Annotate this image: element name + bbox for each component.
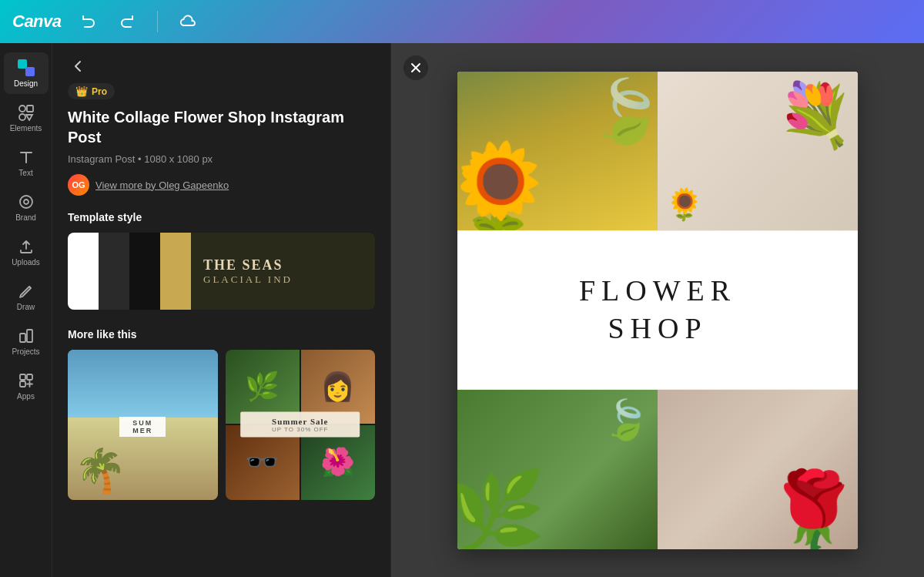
sidebar-item-projects-label: Projects [12,347,39,356]
style-preview[interactable]: THE SEAS GLACIAL IND [68,233,375,310]
undo-button[interactable] [74,9,102,34]
sidebar-item-uploads[interactable]: Uploads [4,231,49,273]
topbar-divider [157,11,158,32]
svg-marker-2 [26,115,32,120]
sidebar-item-elements-label: Elements [10,124,42,133]
svg-rect-7 [27,330,32,342]
sidebar-item-brand[interactable]: Brand [4,186,49,228]
sidebar-item-design[interactable]: Design [4,52,49,94]
more-card-1-inner: 🌴 SUM MER [68,350,218,500]
template-title: White Collage Flower Shop Instagram Post [68,107,375,147]
cell-sunflower: 🌻 🍃 [457,72,658,231]
color-gold [160,233,191,310]
svg-rect-8 [20,374,25,380]
apps-icon [17,371,35,390]
cell-plant: 🌿 🍃 [457,390,658,549]
card2-overlay: Summer Sale UP TO 30% OFF [240,412,360,438]
card1-text-overlay: SUM MER [119,417,166,437]
sidebar-item-text[interactable]: Text [4,142,49,183]
crown-icon: 👑 [75,86,88,97]
sunflower2-emoji: 🌻 [665,186,704,223]
sidebar-item-design-label: Design [14,79,38,88]
cell-rose: 🌹 [658,390,858,549]
template-panel: 👑 Pro White Collage Flower Shop Instagra… [52,43,391,577]
more-card-1[interactable]: 🌴 SUM MER [68,350,218,500]
card2-title: Summer Sale [248,417,353,426]
flower-shop-title-line2: SHOP [608,311,707,347]
sidebar-item-brand-label: Brand [15,213,36,222]
design-icon [17,59,35,77]
more-like-this-grid: 🌴 SUM MER 🌿 👩 🕶️ 🌺 [68,350,375,500]
leaf-emoji: 🍃 [588,75,658,148]
save-cloud-button[interactable] [173,8,203,35]
panel-header [52,43,390,83]
leaf2-emoji: 🍃 [602,398,650,442]
sidebar: Design Elements Text [0,43,52,577]
more-card-2-inner: 🌿 👩 🕶️ 🌺 Summer Sale UP TO 30% OFF [226,350,376,500]
uploads-icon [17,237,35,256]
card2-subtitle: UP TO 30% OFF [248,426,353,433]
svg-point-3 [19,114,25,120]
sidebar-item-draw-label: Draw [17,303,35,311]
svg-point-5 [24,200,28,204]
color-white [68,233,99,310]
more-card-2[interactable]: 🌿 👩 🕶️ 🌺 Summer Sale UP TO 30% OFF [226,350,376,500]
topbar: Canva [0,0,924,43]
template-meta: Instagram Post • 1080 x 1080 px [68,153,375,165]
sunflower-emoji: 🌻 [457,137,557,230]
bouquet-emoji: 💐 [777,79,854,152]
author-avatar: OG [68,174,89,196]
author-link[interactable]: View more by Oleg Gapeenko [95,179,229,191]
brand-icon [17,193,35,211]
card1-label-top: SUM [126,419,159,427]
sidebar-item-apps[interactable]: Apps [4,365,49,407]
svg-rect-10 [20,381,25,387]
svg-rect-1 [27,106,33,112]
close-button[interactable] [403,55,428,80]
svg-rect-6 [20,334,25,342]
sidebar-item-elements[interactable]: Elements [4,97,49,139]
palm-icon: 🌴 [74,446,127,496]
cell-florist: 💐 🌻 [658,72,858,231]
sidebar-item-draw[interactable]: Draw [4,276,49,317]
template-preview[interactable]: 🌻 🍃 💐 🌻 FLOWER SHOP 🌿 🍃 🌹 [457,72,858,549]
text-icon [17,148,35,166]
author-row[interactable]: OG View more by Oleg Gapeenko [68,174,375,196]
sidebar-item-uploads-label: Uploads [12,258,40,267]
color-darkgray [99,233,129,310]
redo-button[interactable] [114,9,142,34]
cell-title-text: FLOWER SHOP [457,230,858,390]
flower-shop-title-line1: FLOWER [579,273,736,309]
sidebar-item-text-label: Text [18,169,32,177]
style-text-area: THE SEAS GLACIAL IND [191,233,375,310]
card1-label-bot: MER [126,427,159,434]
elements-icon [17,103,35,122]
canvas-area: 🌻 🍃 💐 🌻 FLOWER SHOP 🌿 🍃 🌹 [391,43,924,577]
more-like-this-title: More like this [68,328,375,340]
sky-bg [68,350,218,424]
style-color-swatches [68,233,191,310]
pro-badge: 👑 Pro [68,83,115,99]
main-layout: Design Elements Text [0,43,924,577]
style-text-line1: THE SEAS [203,257,363,273]
color-black [129,233,160,310]
svg-point-0 [19,106,25,112]
style-text-line2: GLACIAL IND [203,273,363,286]
canva-logo: Canva [12,12,62,32]
projects-icon [17,327,35,345]
template-style-title: Template style [68,211,375,223]
sidebar-item-apps-label: Apps [17,392,35,401]
svg-point-4 [20,196,32,208]
sidebar-item-projects[interactable]: Projects [4,320,49,362]
back-button[interactable] [68,55,89,77]
rose-emoji: 🌹 [765,466,858,549]
draw-icon [17,282,35,300]
plant-emoji: 🌿 [457,466,546,549]
svg-rect-9 [27,374,32,380]
panel-content: 👑 Pro White Collage Flower Shop Instagra… [52,83,390,577]
pro-label: Pro [92,86,107,97]
